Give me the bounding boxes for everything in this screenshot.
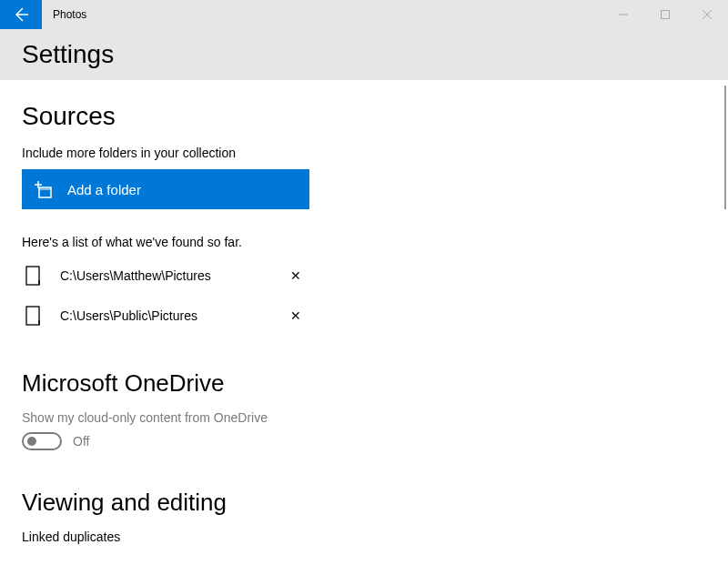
back-button[interactable] — [0, 0, 42, 29]
sources-title: Sources — [22, 102, 706, 131]
folder-icon — [25, 266, 46, 286]
close-icon — [703, 10, 712, 19]
folder-path: C:\Users\Matthew\Pictures — [60, 268, 282, 283]
folder-icon — [25, 306, 46, 326]
page-header: Settings — [0, 29, 728, 80]
title-bar: Photos — [0, 0, 728, 29]
svg-rect-2 — [26, 267, 39, 285]
content-area: Sources Include more folders in your col… — [0, 80, 728, 575]
sources-section: Sources Include more folders in your col… — [22, 102, 706, 331]
maximize-icon — [661, 10, 670, 19]
page-title: Settings — [22, 40, 114, 69]
onedrive-toggle-row: Off — [22, 432, 706, 450]
app-name: Photos — [53, 8, 86, 21]
sources-found-desc: Here's a list of what we've found so far… — [22, 235, 706, 249]
onedrive-toggle[interactable] — [22, 432, 62, 450]
viewing-section: Viewing and editing Linked duplicates — [22, 489, 706, 544]
close-button[interactable] — [686, 0, 728, 29]
sources-include-desc: Include more folders in your collection — [22, 146, 706, 160]
back-arrow-icon — [14, 7, 28, 22]
maximize-button[interactable] — [644, 0, 686, 29]
svg-rect-0 — [662, 11, 670, 19]
onedrive-title: Microsoft OneDrive — [22, 369, 706, 398]
scrollbar[interactable] — [724, 86, 726, 209]
onedrive-section: Microsoft OneDrive Show my cloud-only co… — [22, 369, 706, 450]
svg-rect-3 — [26, 307, 39, 325]
minimize-icon — [619, 10, 628, 19]
viewing-sub: Linked duplicates — [22, 530, 706, 544]
minimize-button[interactable] — [602, 0, 644, 29]
remove-folder-button[interactable]: ✕ — [282, 268, 309, 283]
onedrive-desc: Show my cloud-only content from OneDrive — [22, 410, 706, 425]
remove-folder-button[interactable]: ✕ — [282, 308, 309, 323]
folder-path: C:\Users\Public\Pictures — [60, 308, 282, 323]
add-folder-label: Add a folder — [67, 182, 141, 197]
onedrive-toggle-label: Off — [73, 434, 89, 449]
toggle-knob — [27, 437, 36, 446]
folder-item[interactable]: C:\Users\Public\Pictures ✕ — [22, 300, 309, 331]
viewing-title: Viewing and editing — [22, 489, 706, 517]
add-folder-icon — [33, 179, 53, 199]
folder-item[interactable]: C:\Users\Matthew\Pictures ✕ — [22, 260, 309, 291]
add-folder-button[interactable]: Add a folder — [22, 169, 309, 209]
